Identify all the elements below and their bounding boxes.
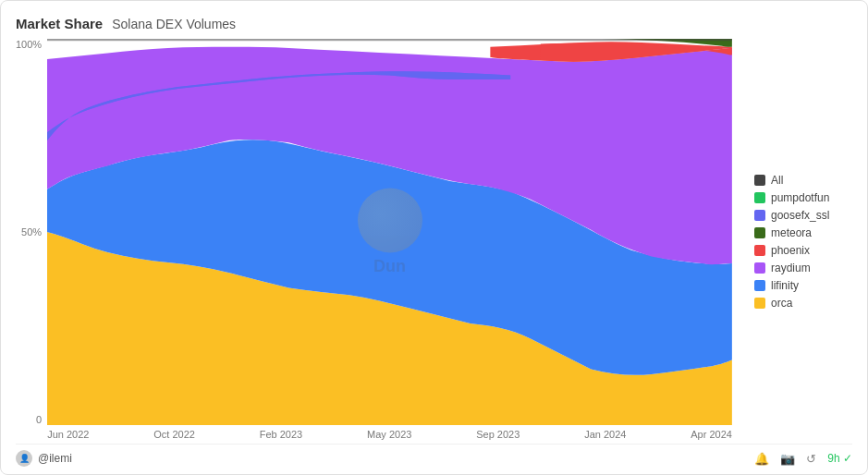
chart-header: Market Share Solana DEX Volumes	[16, 16, 852, 31]
legend-label-lifinity: lifinity	[771, 279, 799, 292]
legend-item-raydium: raydium	[754, 262, 852, 274]
y-axis: 100% 50% 0	[16, 39, 47, 444]
bell-icon[interactable]: 🔔	[754, 452, 769, 466]
legend-dot-phoenix	[754, 245, 765, 256]
x-axis: Jun 2022 Oct 2022 Feb 2023 May 2023 Sep …	[47, 425, 732, 444]
legend-item-lifinity: lifinity	[754, 279, 852, 292]
legend-label-meteora: meteora	[771, 226, 812, 239]
avatar: 👤	[16, 450, 32, 467]
camera-icon[interactable]: 📷	[780, 452, 795, 466]
x-label-jun2022: Jun 2022	[47, 429, 89, 444]
legend-label-All: All	[771, 174, 783, 187]
chart-area: 100% 50% 0 Dun	[16, 39, 852, 444]
legend-dot-lifinity	[754, 280, 765, 291]
x-label-jan2024: Jan 2024	[584, 429, 626, 444]
legend-label-orca: orca	[771, 297, 792, 310]
legend-dot-orca	[754, 298, 765, 309]
legend-item-phoenix: phoenix	[754, 244, 852, 257]
chart-svg	[47, 39, 732, 425]
y-label-0: 0	[16, 414, 42, 425]
refresh-icon[interactable]: ↺	[806, 452, 816, 466]
all-line	[47, 39, 732, 41]
legend-label-goosefx_ssl: goosefx_ssl	[771, 209, 829, 222]
y-label-100: 100%	[16, 39, 42, 50]
legend-dot-pumpdotfun	[754, 192, 765, 203]
chart-subtitle: Solana DEX Volumes	[112, 17, 236, 31]
legend-dot-raydium	[754, 262, 765, 274]
legend-item-meteora: meteora	[754, 226, 852, 239]
chart-main: Dun	[47, 39, 732, 444]
x-label-sep2023: Sep 2023	[476, 429, 520, 444]
legend-label-pumpdotfun: pumpdotfun	[771, 191, 829, 204]
author-label: @ilemi	[38, 452, 72, 465]
legend-label-raydium: raydium	[771, 262, 811, 274]
legend-item-goosefx_ssl: goosefx_ssl	[754, 209, 852, 222]
legend-item-orca: orca	[754, 297, 852, 310]
legend-label-phoenix: phoenix	[771, 244, 810, 257]
y-label-50: 50%	[16, 226, 42, 238]
chart-legend: Allpumpdotfungoosefx_sslmeteoraphoenixra…	[732, 39, 852, 444]
x-label-may2023: May 2023	[367, 429, 411, 444]
x-label-apr2024: Apr 2024	[691, 429, 732, 444]
legend-dot-goosefx_ssl	[754, 210, 765, 221]
x-label-feb2023: Feb 2023	[260, 429, 302, 444]
chart-title: Market Share	[16, 16, 103, 31]
x-label-oct2022: Oct 2022	[153, 429, 195, 444]
legend-item-pumpdotfun: pumpdotfun	[754, 191, 852, 204]
legend-item-All: All	[754, 174, 852, 187]
chart-card: Market Share Solana DEX Volumes 100% 50%…	[0, 0, 868, 475]
time-label: 9h ✓	[827, 452, 852, 465]
legend-dot-All	[754, 175, 765, 186]
chart-footer: 👤 @ilemi 🔔 📷 ↺ 9h ✓	[16, 444, 852, 467]
chart-svg-container: Dun	[47, 39, 732, 425]
legend-dot-meteora	[754, 227, 765, 238]
footer-left: 👤 @ilemi	[16, 450, 72, 467]
footer-right: 🔔 📷 ↺ 9h ✓	[754, 452, 852, 466]
